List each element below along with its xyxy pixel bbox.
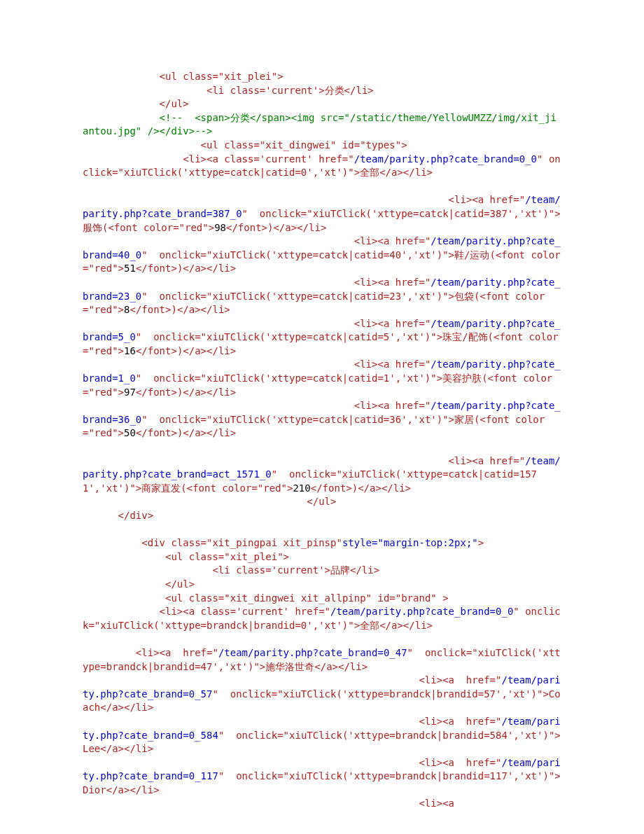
comment-line: <!-- <span>分类</span><img src="/static/th… bbox=[83, 112, 556, 137]
code-line: <div class="xit_pingpai xit_pinsp"style=… bbox=[83, 537, 484, 548]
code-line: </ul> bbox=[83, 578, 195, 590]
code-line: <li><a href="/team/parity.php?cate_brand… bbox=[83, 674, 561, 713]
code-line: <ul class="xit_plei"> bbox=[83, 71, 284, 82]
code-line: <li><a href="/team/parity.php?cate_brand… bbox=[83, 716, 561, 754]
code-document: <ul class="xit_plei"> <li class='current… bbox=[0, 0, 644, 834]
code-line: <li><a class='current' href="/team/parit… bbox=[83, 153, 561, 179]
code-line: <li><a href="/team/parity.php?cate_brand… bbox=[83, 647, 561, 672]
code-line: <li class='current'>品牌</li> bbox=[83, 564, 379, 576]
code-line: <li class='current'>分类</li> bbox=[83, 85, 374, 96]
code-line: <ul class="xit_dingwei" id="types"> bbox=[83, 139, 407, 151]
code-line: <li><a bbox=[83, 798, 454, 809]
code-line: <li><a href="/team/parity.php?cate_brand… bbox=[83, 277, 561, 315]
code-line: </ul> bbox=[83, 496, 336, 507]
code-line: <li><a href="/team/parity.php?cate_brand… bbox=[83, 400, 561, 438]
code-line: <li><a href="/team/parity.php?cate_brand… bbox=[83, 318, 561, 356]
code-line: <li><a href="/team/parity.php?cate_brand… bbox=[83, 194, 561, 232]
code-line: <ul class="xit_plei"> bbox=[83, 551, 289, 562]
code-line: <ul class="xit_dingwei xit_allpinp" id="… bbox=[83, 592, 449, 604]
code-line: </div> bbox=[83, 510, 153, 521]
code-line: <li><a class='current' href="/team/parit… bbox=[83, 606, 561, 631]
code-block: <ul class="xit_plei"> <li class='current… bbox=[83, 70, 561, 811]
code-line: </ul> bbox=[83, 98, 189, 109]
code-line: <li><a href="/team/parity.php?cate_brand… bbox=[83, 359, 561, 397]
code-line: <li><a href="/team/parity.php?cate_brand… bbox=[83, 455, 561, 494]
code-line: <li><a href="/team/parity.php?cate_brand… bbox=[83, 757, 561, 795]
code-line: <li><a href="/team/parity.php?cate_brand… bbox=[83, 235, 561, 274]
